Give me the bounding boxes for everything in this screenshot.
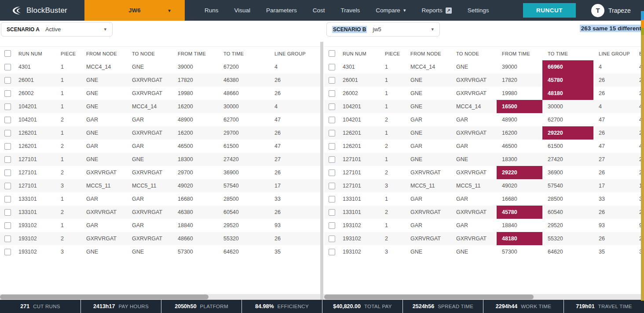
table-row[interactable]: 1042011GNEMCC4_14165003000044: [324, 100, 644, 113]
panel-divider-scrollbar[interactable]: [320, 42, 323, 300]
table-row[interactable]: 1931023GNEGNE573006462035: [0, 245, 320, 258]
table-row[interactable]: 1931021GARGAR1884029520939: [324, 219, 644, 232]
row-checkbox[interactable]: [4, 196, 11, 203]
row-checkbox[interactable]: [4, 249, 11, 255]
table-row[interactable]: 1262012GARGAR465006150047: [0, 140, 320, 153]
table-row[interactable]: 1931022GXRVRGATGXRVRGAT4818055320262: [324, 232, 644, 245]
row-checkbox[interactable]: [4, 90, 11, 97]
table-row[interactable]: 260011GNEGXRVRGAT178204638026: [0, 74, 320, 87]
cell-from-time: 16680: [172, 192, 218, 206]
row-checkbox[interactable]: [4, 209, 11, 216]
nav-item-travels[interactable]: Travels: [341, 7, 360, 14]
table-row[interactable]: 260021GNEGXRVRGAT1998048180262: [324, 87, 644, 100]
user-menu[interactable]: T Trapeze: [591, 0, 631, 21]
row-checkbox[interactable]: [4, 222, 11, 229]
table-row[interactable]: 1262011GNEGXRVRGAT162002970026: [0, 126, 320, 140]
nav-item-visual[interactable]: Visual: [234, 7, 251, 14]
nav-item-cost[interactable]: Cost: [313, 7, 325, 14]
col-header-from-time[interactable]: FROM TIME: [172, 51, 218, 56]
row-checkbox[interactable]: [329, 130, 335, 136]
table-row[interactable]: 1271012GXRVRGATGXRVRGAT297003690026: [0, 166, 320, 179]
scenario-a-horizontal-scrollbar[interactable]: [0, 294, 320, 300]
scenario-b-dropdown[interactable]: SCENARIO B jw5 ▾: [326, 22, 440, 37]
col-header-run-num[interactable]: RUN NUM: [13, 51, 55, 56]
cell-piece: 1: [55, 74, 81, 87]
table-row[interactable]: 1931021GARGAR188402952093: [0, 219, 320, 232]
col-header-line-group[interactable]: LINE GROUP: [269, 51, 310, 56]
runcut-scenario-dropdown[interactable]: JW6 ▾: [84, 0, 185, 21]
scrollbar-thumb[interactable]: [324, 295, 534, 299]
col-header-from-time[interactable]: FROM TIME: [497, 51, 542, 56]
row-checkbox[interactable]: [329, 117, 335, 123]
row-checkbox[interactable]: [329, 222, 335, 229]
row-checkbox[interactable]: [4, 130, 11, 136]
row-checkbox[interactable]: [4, 103, 11, 110]
table-row[interactable]: 43011MCC4_14GNE390006696044: [324, 60, 644, 74]
row-checkbox[interactable]: [4, 236, 11, 242]
row-checkbox[interactable]: [329, 196, 335, 203]
col-header-to-time[interactable]: TO TIME: [218, 51, 269, 56]
row-checkbox[interactable]: [4, 77, 11, 84]
nav-item-compare[interactable]: Compare▾: [376, 7, 406, 14]
row-checkbox[interactable]: [329, 64, 335, 70]
row-checkbox[interactable]: [4, 143, 11, 150]
row-checkbox[interactable]: [329, 156, 335, 163]
col-header-to-node[interactable]: TO NODE: [451, 51, 497, 56]
scrollbar-thumb[interactable]: [0, 295, 209, 299]
col-header-to-time[interactable]: TO TIME: [542, 51, 593, 56]
row-checkbox[interactable]: [329, 103, 335, 110]
row-checkbox[interactable]: [329, 143, 335, 150]
table-row[interactable]: 1042012GARGAR4890062700474: [324, 113, 644, 126]
col-header-from-node[interactable]: FROM NODE: [405, 51, 451, 56]
row-checkbox[interactable]: [4, 64, 11, 70]
row-checkbox[interactable]: [4, 183, 11, 189]
col-header-to-node[interactable]: TO NODE: [127, 51, 172, 56]
col-header-from-node[interactable]: FROM NODE: [81, 51, 127, 56]
nav-item-parameters[interactable]: Parameters: [266, 7, 297, 14]
col-header-line-group[interactable]: LINE GROUP: [593, 51, 634, 56]
table-row[interactable]: 1331012GXRVRGATGXRVRGAT4578060540262: [324, 206, 644, 219]
table-row[interactable]: 260021GNEGXRVRGAT199804866026: [0, 87, 320, 100]
table-row[interactable]: 1262011GNEGXRVRGAT1620029220262: [324, 126, 644, 140]
table-row[interactable]: 1931022GXRVRGATGXRVRGAT486605532026: [0, 232, 320, 245]
runcut-button[interactable]: RUNCUT: [523, 3, 576, 18]
table-row[interactable]: 1262012GARGAR4650061500474: [324, 140, 644, 153]
scenario-b-horizontal-scrollbar[interactable]: [323, 294, 644, 300]
row-checkbox[interactable]: [329, 77, 335, 84]
nav-item-runs[interactable]: Runs: [205, 7, 219, 14]
row-checkbox[interactable]: [4, 169, 11, 176]
status-stat-cut-runs: 271CUT RUNS: [0, 300, 80, 313]
row-checkbox[interactable]: [329, 236, 335, 242]
table-row[interactable]: 43011MCC4_14GNE39000672004: [0, 60, 320, 74]
nav-item-settings[interactable]: Settings: [468, 7, 489, 14]
row-checkbox[interactable]: [329, 169, 335, 176]
table-row[interactable]: 1331012GXRVRGATGXRVRGAT463806054026: [0, 206, 320, 219]
row-checkbox[interactable]: [329, 209, 335, 216]
table-row[interactable]: 1331011GARGAR1668028500333: [324, 192, 644, 206]
table-row[interactable]: 1331011GARGAR166802850033: [0, 192, 320, 206]
table-row[interactable]: 1271013MCC5_11MCC5_11490205754017: [0, 179, 320, 192]
row-checkbox[interactable]: [4, 117, 11, 123]
cell-run-num: 104201: [337, 100, 380, 113]
table-row[interactable]: 1271011GNEGNE1830027420272: [324, 153, 644, 166]
col-header-piece[interactable]: PIECE: [55, 51, 81, 56]
table-row[interactable]: 1271013MCC5_11MCC5_114902057540171: [324, 179, 644, 192]
col-header-piece[interactable]: PIECE: [380, 51, 405, 56]
cell-piece: 3: [55, 179, 81, 192]
col-header-run-num[interactable]: RUN NUM: [337, 51, 380, 56]
table-row[interactable]: 1042011GNEMCC4_1416200300004: [0, 100, 320, 113]
row-checkbox[interactable]: [329, 90, 335, 97]
select-all-checkbox[interactable]: [329, 50, 335, 57]
row-checkbox[interactable]: [329, 249, 335, 255]
table-row[interactable]: 1271012GXRVRGATGXRVRGAT2922036900262: [324, 166, 644, 179]
row-checkbox[interactable]: [4, 156, 11, 163]
scenario-a-dropdown[interactable]: SCENARIO A Active ▾: [1, 22, 113, 37]
table-row[interactable]: 260011GNEGXRVRGAT1782045780262: [324, 74, 644, 87]
table-row[interactable]: 1271011GNEGNE183002742027: [0, 153, 320, 166]
table-row[interactable]: 1042012GARGAR489006270047: [0, 113, 320, 126]
select-all-checkbox[interactable]: [4, 50, 11, 57]
table-row[interactable]: 1931023GNEGNE5730064620353: [324, 245, 644, 258]
row-checkbox[interactable]: [329, 183, 335, 189]
nav-item-reports[interactable]: Reports↗: [421, 7, 451, 14]
cell-from-time: 18300: [497, 153, 542, 166]
